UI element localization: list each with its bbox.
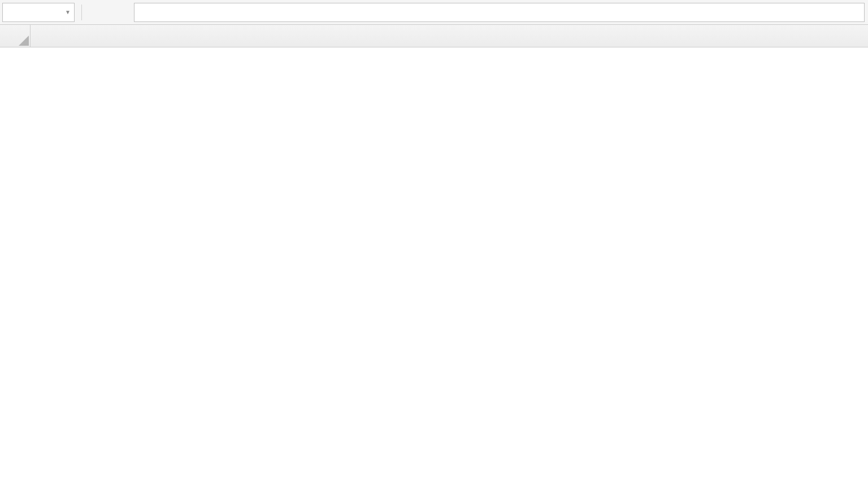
fx-button[interactable]: [118, 5, 134, 20]
select-all-corner[interactable]: [0, 25, 31, 47]
cancel-button[interactable]: [86, 5, 102, 20]
name-box[interactable]: ▼: [2, 3, 75, 22]
column-headers: [0, 25, 868, 47]
divider: [81, 5, 82, 20]
confirm-button[interactable]: [102, 5, 118, 20]
corner-triangle-icon: [19, 36, 29, 46]
chevron-down-icon[interactable]: ▼: [65, 9, 71, 15]
formula-bar: ▼: [0, 0, 868, 25]
formula-input[interactable]: [134, 3, 865, 22]
